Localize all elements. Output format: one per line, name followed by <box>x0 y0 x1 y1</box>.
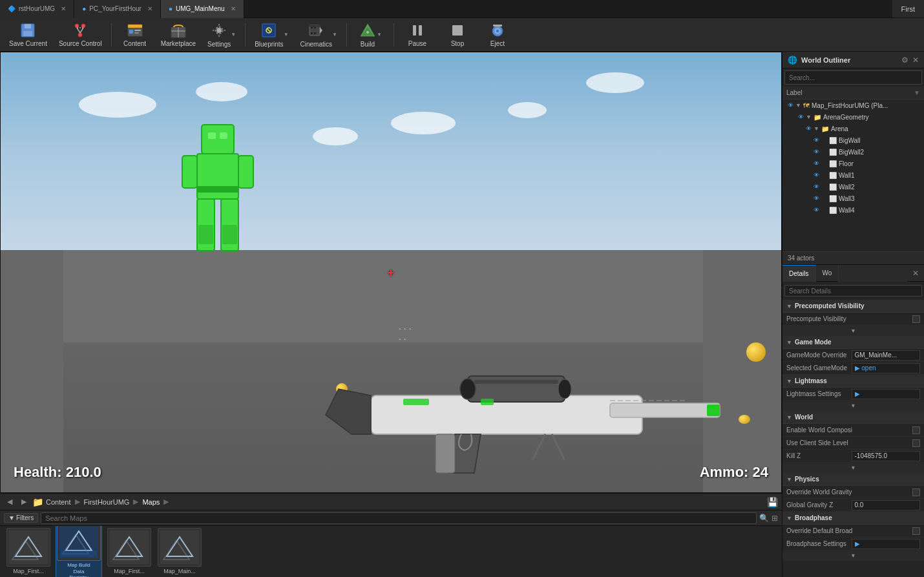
prop-value-global-gravity[interactable]: 0.0 <box>852 500 921 510</box>
vis-icon-wall3[interactable]: 👁 <box>811 193 821 204</box>
outliner-item-wall4[interactable]: 👁 ▶ ⬜ Wall4 <box>782 204 924 216</box>
svg-rect-69 <box>9 530 48 564</box>
vis-icon-bigwall[interactable]: 👁 <box>811 135 821 145</box>
outliner-item-bigwall2[interactable]: 👁 ▶ ⬜ BigWall2 <box>782 146 924 158</box>
outliner-item-bigwall[interactable]: 👁 ▶ ⬜ BigWall <box>782 134 924 146</box>
outliner-item-wall1[interactable]: 👁 ▶ ⬜ Wall1 <box>782 169 924 181</box>
blueprints-arrow[interactable]: ▼ <box>284 32 289 37</box>
vis-icon-wall1[interactable]: 👁 <box>811 170 821 180</box>
vis-icon-arena-geometry[interactable]: 👁 <box>795 112 806 122</box>
item-label-bigwall: BigWall <box>839 137 921 144</box>
outliner-search-input[interactable] <box>784 70 922 85</box>
cb-search-input[interactable] <box>41 512 757 524</box>
save-icon <box>19 22 37 39</box>
scroll-arrow-lightmass[interactable]: ▼ <box>782 401 924 411</box>
checkbox-client-side[interactable] <box>912 439 920 447</box>
outliner-settings-icon[interactable]: ⚙ <box>901 56 908 65</box>
source-control-button[interactable]: Source Control <box>54 20 107 50</box>
toolbar-divider-1 <box>111 23 112 47</box>
details-search-input[interactable] <box>784 285 922 297</box>
asset-map-main[interactable]: Map_Main... <box>156 527 203 576</box>
expand-arena[interactable]: ▼ <box>814 125 821 132</box>
blueprints-button[interactable]: Blueprints ▼ <box>249 20 293 50</box>
cinematics-arrow[interactable]: ▼ <box>332 32 337 37</box>
tab-pcyourfirsthour[interactable]: ● PC_YourFirstHour ✕ <box>74 0 161 18</box>
scroll-arrow-precomputed[interactable]: ▼ <box>782 326 924 336</box>
asset-map-first-1[interactable]: Map_First... <box>5 527 52 576</box>
vis-icon-wall2[interactable]: 👁 <box>811 182 821 192</box>
filters-button[interactable]: ▼ Filters <box>4 513 38 523</box>
outliner-item-arena[interactable]: 👁 ▼ 📁 Arena <box>782 123 924 134</box>
breadcrumb-content[interactable]: Content <box>46 498 71 506</box>
outliner-item-arena-geometry[interactable]: 👁 ▼ 📁 ArenaGeometry <box>782 111 924 123</box>
vis-icon-wall4[interactable]: 👁 <box>811 205 821 215</box>
tab-details[interactable]: Details <box>782 265 816 282</box>
tab-firsthourumg[interactable]: 🔷 rstHourUMG ✕ <box>0 0 74 18</box>
section-physics[interactable]: ▼ Physics <box>782 473 924 486</box>
tab-close-umgmainmenu[interactable]: ✕ <box>231 5 236 12</box>
vis-icon-map-root[interactable]: 👁 <box>785 100 795 110</box>
vis-icon-arena[interactable]: 👁 <box>803 123 814 134</box>
breadcrumb-firsthourumg[interactable]: FirstHourUMG <box>84 498 130 506</box>
vis-icon-bigwall2[interactable]: 👁 <box>811 147 821 157</box>
checkbox-override-broadphase[interactable] <box>912 527 920 535</box>
expand-arena-geometry[interactable]: ▼ <box>806 114 814 120</box>
expand-map-root[interactable]: ▼ <box>795 102 803 109</box>
marketplace-button[interactable]: Marketplace <box>156 20 201 50</box>
stop-button[interactable]: Stop <box>438 20 477 50</box>
section-lightmass[interactable]: ▼ Lightmass <box>782 375 924 388</box>
outliner-close-button[interactable]: ✕ <box>912 56 919 65</box>
checkbox-override-gravity[interactable] <box>912 488 920 496</box>
section-broadphase[interactable]: ▼ Broadphase <box>782 512 924 525</box>
details-close-button[interactable]: ✕ <box>907 269 924 278</box>
section-precomputed-visibility[interactable]: ▼ Precomputed Visibility <box>782 300 924 313</box>
prop-value-gamemode-override[interactable]: GM_MainMe... <box>852 350 921 361</box>
asset-map-first-2[interactable]: Map_First... <box>106 527 152 576</box>
prop-value-broadphase-settings[interactable]: ▶ <box>852 539 921 549</box>
cb-search-button[interactable]: 🔍 <box>759 514 769 523</box>
cb-grid-view-button[interactable]: ⊞ <box>772 514 778 523</box>
prop-value-kill-z[interactable]: -1048575.0 <box>852 451 921 461</box>
tab-umgmainmenu[interactable]: ● UMG_MainMenu ✕ <box>161 0 244 18</box>
scroll-arrow-broadphase[interactable]: ▼ <box>782 551 924 561</box>
prop-value-lightmass-settings[interactable]: ▶ <box>852 389 921 399</box>
asset-map-build-data-registry[interactable]: Map Build Data Registry <box>56 526 102 577</box>
build-button[interactable]: Build ▼ <box>351 20 390 50</box>
checkbox-world-composition[interactable] <box>912 426 920 434</box>
svg-rect-33 <box>314 32 316 34</box>
details-content: ▼ Precomputed Visibility Precompute Visi… <box>782 300 924 577</box>
scroll-arrow-world[interactable]: ▼ <box>782 463 924 473</box>
tab-world[interactable]: Wo <box>816 265 839 282</box>
build-arrow[interactable]: ▼ <box>377 32 382 37</box>
pause-button[interactable]: Pause <box>398 20 437 50</box>
cb-save-button[interactable]: 💾 <box>767 497 778 507</box>
item-label-wall4: Wall4 <box>839 207 921 214</box>
outliner-sort-arrow[interactable]: ▼ <box>914 89 920 96</box>
save-current-button[interactable]: Save Current <box>4 20 52 50</box>
settings-arrow[interactable]: ▼ <box>231 32 236 37</box>
breadcrumb-maps[interactable]: Maps <box>142 498 160 506</box>
outliner-item-map-root[interactable]: 👁 ▼ 🗺 Map_FirstHourUMG (Pla... <box>782 100 924 111</box>
cinematics-button[interactable]: Cinematics ▼ <box>295 20 342 50</box>
eject-button[interactable]: Eject <box>478 20 517 50</box>
vis-icon-floor[interactable]: 👁 <box>811 158 821 169</box>
section-world[interactable]: ▼ World <box>782 411 924 424</box>
settings-button[interactable]: Settings ▼ <box>202 20 241 50</box>
prop-global-gravity-z: Global Gravity Z 0.0 <box>782 499 924 512</box>
outliner-item-wall3[interactable]: 👁 ▶ ⬜ Wall3 <box>782 193 924 204</box>
item-icon-wall3: ⬜ <box>829 195 837 202</box>
tab-close-firsthourumg[interactable]: ✕ <box>61 5 66 12</box>
cb-back-button[interactable]: ◀ <box>4 496 16 508</box>
prop-value-selected-gamemode[interactable]: ▶ open <box>852 363 921 373</box>
tab-close-pcyourfirsthour[interactable]: ✕ <box>147 5 152 12</box>
svg-line-6 <box>77 28 80 33</box>
cb-forward-button[interactable]: ▶ <box>18 496 30 508</box>
viewport[interactable]: · · ·· · <box>0 52 782 493</box>
section-game-mode[interactable]: ▼ Game Mode <box>782 336 924 349</box>
content-button[interactable]: Content <box>116 20 154 50</box>
checkbox-precompute-vis[interactable] <box>912 315 920 323</box>
svg-line-7 <box>80 28 83 33</box>
outliner-item-floor[interactable]: 👁 ▶ ⬜ Floor <box>782 158 924 169</box>
outliner-item-wall2[interactable]: 👁 ▶ ⬜ Wall2 <box>782 181 924 193</box>
cb-folder-icon: 📁 <box>32 497 43 507</box>
